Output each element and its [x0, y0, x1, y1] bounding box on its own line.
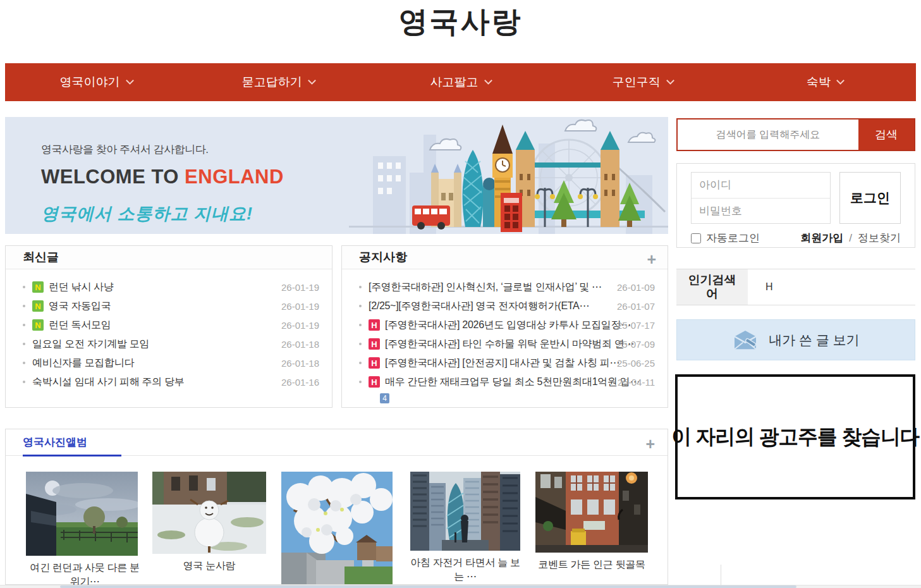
chevron-down-icon	[126, 77, 134, 85]
bullet-icon	[359, 343, 362, 345]
post-row[interactable]: N 런던 낚시 사냥 26-01-19	[23, 278, 326, 297]
alley-photo	[535, 472, 648, 553]
popular-search-panel: 인기검색어 H	[676, 269, 915, 305]
page: 영국사랑 영국이야기 묻고답하기 사고팔고 구인구직 숙박 영국사랑을 찾아 주…	[0, 0, 921, 588]
bullet-icon	[359, 362, 362, 364]
album-photo[interactable]: 아침 자전거 타면서 늘 보는 ⋯	[410, 472, 520, 583]
post-row[interactable]: 예비신자를 모집합니다 26-01-18	[23, 353, 326, 372]
popular-search-label: 인기검색어	[676, 269, 748, 305]
nav-item-label: 사고팔고	[430, 74, 479, 90]
main-nav: 영국이야기 묻고답하기 사고팔고 구인구직 숙박	[5, 63, 916, 101]
post-row[interactable]: 숙박시설 임대 사기 피해 주의 당부 26-01-16	[23, 372, 326, 391]
hot-badge: H	[369, 376, 380, 388]
auto-login-label: 자동로그인	[706, 231, 760, 245]
album-photo[interactable]	[281, 472, 393, 588]
bullet-icon	[23, 343, 25, 345]
welcome-banner: 영국사랑을 찾아 주셔서 감사합니다. WELCOME TO ENGLAND 영…	[5, 117, 668, 234]
post-row[interactable]: 일요일 오전 자기계발 모임 26-01-18	[23, 334, 326, 353]
post-row[interactable]: N 영국 자동입국 26-01-19	[23, 297, 326, 315]
comment-count-badge: 4	[380, 393, 389, 403]
photo-caption: 코벤트 가든 인근 뒷골목	[535, 558, 648, 572]
post-row[interactable]: H 매우 간단한 재태크업무 당일 최소 5천만원최대1억원 입⋯ 25-04-…	[359, 372, 661, 391]
search-button[interactable]: 검색	[858, 119, 914, 150]
nav-item-uk-story[interactable]: 영국이야기	[5, 63, 187, 101]
new-badge: N	[32, 281, 44, 293]
notices-panel: 공지사항 + [주영한국대하관] 인사혁신처, ‘글로벌 인재사업’ 및 ⋯ 2…	[341, 245, 668, 408]
chevron-down-icon	[308, 77, 316, 85]
notices-list: [주영한국대하관] 인사혁신처, ‘글로벌 인재사업’ 및 ⋯ 26-01-09…	[342, 269, 668, 405]
search-input[interactable]	[678, 119, 858, 150]
banner-text: 영국사랑을 찾아 주셔서 감사합니다. WELCOME TO ENGLAND 영…	[41, 142, 284, 225]
cherry-blossom-photo	[281, 472, 393, 584]
notices-more-button[interactable]: +	[647, 252, 656, 267]
snowman-photo	[152, 472, 266, 554]
notices-header: 공지사항 +	[342, 246, 668, 269]
bullet-icon	[23, 362, 25, 364]
post-row[interactable]: N 런던 독서모임 26-01-19	[23, 315, 326, 334]
login-button[interactable]: 로그인	[839, 172, 901, 224]
latest-posts-header: 최신글	[6, 246, 332, 269]
write-post-icon	[732, 329, 759, 351]
london-skyline-illustration	[349, 117, 668, 234]
bullet-icon	[23, 381, 25, 383]
my-posts-button[interactable]: 내가 쓴 글 보기	[676, 319, 915, 360]
album-photo[interactable]: 코벤트 가든 인근 뒷골목	[535, 472, 648, 572]
post-row[interactable]: [2/25~][주영한국대사관] 영국 전자여행허가(ETA⋯ 26-01-07	[359, 297, 661, 315]
hot-badge: H	[369, 319, 380, 331]
divider	[721, 565, 721, 585]
site-logo[interactable]: 영국사랑	[399, 3, 523, 42]
banner-welcome-highlight: ENGLAND	[185, 166, 284, 188]
popular-search-term[interactable]: H	[748, 269, 773, 305]
horizontal-scrollbar[interactable]	[0, 585, 921, 588]
comment-count-row: 4	[359, 391, 661, 405]
post-row[interactable]: H [주영한국대사관] 2026년도 입영대상 카투사 모집일정⋯ 25-07-…	[359, 315, 661, 334]
find-info-link[interactable]: 정보찾기	[858, 231, 901, 245]
city-photo	[410, 472, 520, 551]
banner-tagline: 영국에서 소통하고 지내요!	[41, 202, 284, 225]
nav-item-label: 구인구직	[613, 74, 661, 90]
album-photo[interactable]: 여긴 런던과 사뭇 다른 분위기⋯	[26, 472, 143, 588]
nav-item-lodging[interactable]: 숙박	[734, 63, 916, 101]
bullet-icon	[23, 305, 25, 307]
latest-posts-title: 최신글	[23, 249, 59, 266]
banner-greeting: 영국사랑을 찾아 주셔서 감사합니다.	[41, 142, 284, 157]
login-id-field[interactable]	[692, 173, 830, 198]
login-password-field[interactable]	[692, 198, 830, 223]
latest-posts-panel: 최신글 N 런던 낚시 사냥 26-01-19 N 영국 자동입국 26-01-…	[5, 245, 332, 408]
login-panel: 로그인 자동로그인 회원가입 / 정보찾기	[676, 163, 915, 248]
photo-caption: 아침 자전거 타면서 늘 보는 ⋯	[410, 556, 520, 583]
latest-posts-list: N 런던 낚시 사냥 26-01-19 N 영국 자동입국 26-01-19 N…	[6, 269, 332, 391]
bullet-icon	[23, 324, 25, 326]
photo-album-header: 영국사진앨범 +	[6, 429, 668, 456]
nav-item-label: 숙박	[807, 74, 831, 90]
bullet-icon	[23, 286, 25, 288]
scrollbar-thumb[interactable]	[60, 585, 796, 588]
active-tab-underline	[23, 455, 121, 456]
photo-caption: 여긴 런던과 사뭇 다른 분위기⋯	[26, 561, 143, 588]
photo-album-title[interactable]: 영국사진앨범	[23, 435, 87, 450]
photo-caption: 영국 눈사람	[152, 559, 266, 573]
nav-item-label: 영국이야기	[60, 74, 120, 90]
ad-banner[interactable]: 이 자리의 광고주를 찾습니다	[675, 374, 915, 499]
new-badge: N	[32, 319, 44, 331]
ad-text: 이 자리의 광고주를 찾습니다	[671, 423, 919, 451]
new-badge: N	[32, 300, 44, 312]
bullet-icon	[359, 381, 362, 383]
signup-link[interactable]: 회원가입	[800, 231, 843, 245]
album-photo[interactable]: 영국 눈사람	[152, 472, 266, 573]
auto-login-checkbox[interactable]	[691, 233, 701, 243]
chevron-down-icon	[484, 77, 492, 85]
search-bar: 검색	[676, 118, 915, 151]
nav-item-buy-sell[interactable]: 사고팔고	[369, 63, 551, 101]
post-row[interactable]: [주영한국대하관] 인사혁신처, ‘글로벌 인재사업’ 및 ⋯ 26-01-09	[359, 278, 661, 297]
photo-album-panel: 영국사진앨범 +	[5, 429, 668, 585]
nav-item-qna[interactable]: 묻고답하기	[187, 63, 369, 101]
photo-album-more-button[interactable]: +	[645, 436, 655, 452]
my-posts-label: 내가 쓴 글 보기	[769, 331, 860, 349]
notices-title: 공지사항	[359, 249, 407, 266]
post-row[interactable]: H [주영한국대사관] [안전공지] 대사관 및 검찰 사칭 피⋯ 25-06-…	[359, 353, 661, 372]
banner-welcome: WELCOME TO ENGLAND	[41, 166, 284, 188]
nav-item-jobs[interactable]: 구인구직	[552, 63, 734, 101]
post-row[interactable]: H [주영한국대사관] 타인 수하물 위탁 운반시 마약범죄 연⋯ 25-07-…	[359, 334, 661, 353]
bullet-icon	[359, 324, 362, 326]
